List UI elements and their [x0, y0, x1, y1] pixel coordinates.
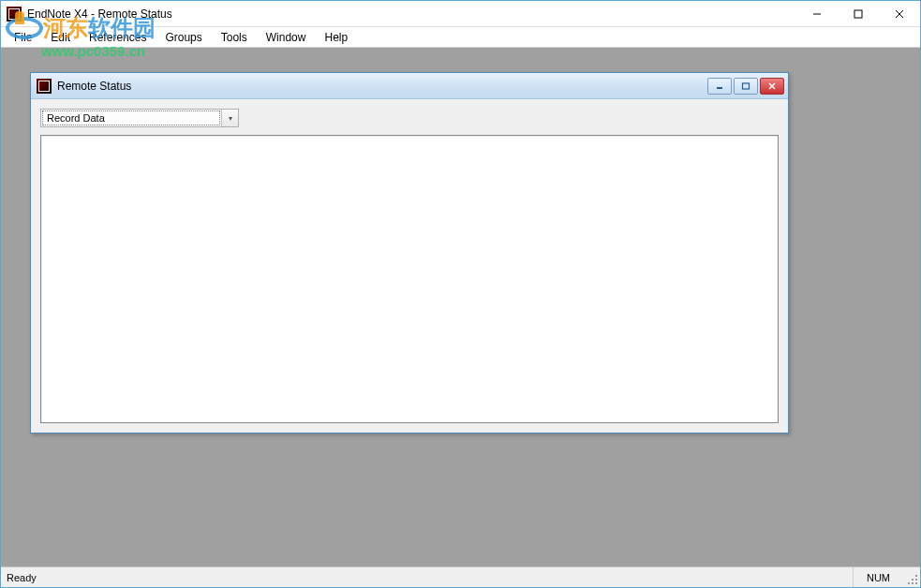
- menu-edit[interactable]: Edit: [41, 29, 80, 46]
- window-title: EndNote X4 - Remote Status: [27, 7, 796, 21]
- menu-references[interactable]: References: [80, 29, 156, 46]
- svg-rect-1: [854, 10, 862, 18]
- child-window-controls: [707, 78, 788, 95]
- chevron-down-icon: ▾: [221, 110, 238, 126]
- record-data-combobox[interactable]: Record Data ▾: [40, 109, 239, 127]
- results-area[interactable]: [40, 135, 779, 423]
- child-minimize-button[interactable]: [707, 78, 732, 95]
- titlebar[interactable]: EndNote X4 - Remote Status: [1, 1, 920, 27]
- status-num: NUM: [853, 567, 903, 587]
- window-controls: [796, 1, 920, 26]
- main-window: EndNote X4 - Remote Status File Edit Ref…: [0, 0, 921, 588]
- mdi-client-area: Remote Status Record Data ▾: [1, 48, 920, 566]
- child-window-title: Remote Status: [57, 80, 707, 93]
- svg-rect-5: [743, 83, 750, 89]
- close-button[interactable]: [879, 1, 920, 27]
- maximize-button[interactable]: [838, 1, 879, 27]
- menubar: File Edit References Groups Tools Window…: [1, 27, 920, 48]
- app-icon: [7, 7, 22, 22]
- child-app-icon: [37, 79, 52, 94]
- child-maximize-button[interactable]: [734, 78, 758, 95]
- status-ready: Ready: [1, 572, 853, 583]
- child-close-button[interactable]: [760, 78, 784, 95]
- child-content: Record Data ▾: [31, 99, 788, 433]
- menu-file[interactable]: File: [5, 29, 41, 46]
- minimize-button[interactable]: [796, 1, 838, 27]
- remote-status-window: Remote Status Record Data ▾: [30, 72, 789, 434]
- menu-tools[interactable]: Tools: [212, 29, 257, 46]
- menu-groups[interactable]: Groups: [156, 29, 211, 46]
- resize-grip[interactable]: [903, 567, 920, 587]
- menu-window[interactable]: Window: [257, 29, 316, 46]
- menu-help[interactable]: Help: [315, 29, 357, 46]
- statusbar: Ready NUM: [1, 566, 920, 587]
- combobox-value: Record Data: [42, 110, 220, 125]
- child-titlebar[interactable]: Remote Status: [31, 73, 788, 99]
